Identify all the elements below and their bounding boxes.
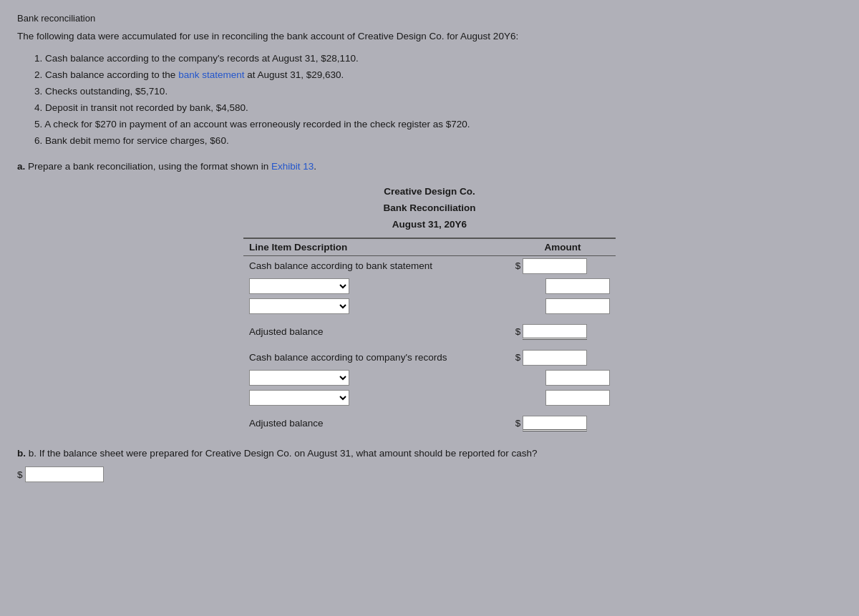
bank-section-dropdown-2[interactable]	[249, 298, 349, 314]
adjusted-balance-row-2: Adjusted balance $	[243, 414, 616, 434]
dollar-sign-2: $	[515, 326, 521, 337]
bank-section-dropdown-1[interactable]	[249, 278, 349, 294]
bank-statement-amount-input[interactable]	[523, 258, 587, 274]
company-records-amount-input[interactable]	[523, 350, 587, 366]
dropdown-row-2	[243, 296, 616, 316]
dropdown-cell-4[interactable]	[243, 388, 510, 408]
dropdown-amount-4	[510, 388, 616, 408]
table-container: Creative Design Co. Bank Reconciliation …	[17, 184, 842, 434]
spacer-1	[243, 316, 616, 322]
dropdown-cell-1[interactable]	[243, 276, 510, 296]
reconciliation-table: Line Item Description Amount Cash balanc…	[243, 238, 616, 434]
dropdown-amount-1	[510, 276, 616, 296]
intro-text: The following data were accumulated for …	[17, 29, 842, 44]
question-b: b. b. If the balance sheet were prepared…	[17, 446, 842, 461]
col-description-header: Line Item Description	[243, 238, 510, 256]
bank-item-2-amount[interactable]	[545, 298, 610, 314]
data-item-2: 2. Cash balance according to the bank st…	[34, 67, 842, 84]
table-header: Creative Design Co. Bank Reconciliation …	[383, 184, 475, 233]
bank-statement-row: Cash balance according to bank statement…	[243, 255, 616, 276]
dollar-sign-4: $	[515, 418, 521, 429]
bank-statement-label: Cash balance according to bank statement	[243, 255, 510, 276]
bank-item-1-amount[interactable]	[545, 278, 610, 294]
dropdown-row-3	[243, 368, 616, 388]
dollar-sign-b: $	[17, 469, 23, 480]
adjusted-balance-amount-cell-1: $	[510, 322, 616, 342]
company-name: Creative Design Co.	[383, 184, 475, 200]
answer-b-row: $	[17, 466, 842, 482]
company-section-dropdown-1[interactable]	[249, 370, 349, 386]
adjusted-balance-amount-2[interactable]	[523, 416, 587, 431]
dropdown-cell-2[interactable]	[243, 296, 510, 316]
data-item-5: 5. A check for $270 in payment of an acc…	[34, 117, 842, 133]
data-item-4: 4. Deposit in transit not recorded by ba…	[34, 100, 842, 117]
adjusted-balance-amount-cell-2: $	[510, 414, 616, 434]
dollar-sign-3: $	[515, 352, 521, 363]
data-item-6: 6. Bank debit memo for service charges, …	[34, 133, 842, 150]
data-list: 1. Cash balance according to the company…	[34, 51, 842, 150]
dropdown-row-1	[243, 276, 616, 296]
adjusted-balance-row-1: Adjusted balance $	[243, 322, 616, 342]
spacer-3	[243, 408, 616, 414]
dropdown-cell-3[interactable]	[243, 368, 510, 388]
adjusted-balance-amount-1[interactable]	[523, 324, 587, 340]
dropdown-row-4	[243, 388, 616, 408]
data-item-3: 3. Checks outstanding, $5,710.	[34, 84, 842, 100]
company-section-dropdown-2[interactable]	[249, 390, 349, 406]
question-a: a. Prepare a bank reconciliation, using …	[17, 160, 842, 174]
company-records-row: Cash balance according to company's reco…	[243, 348, 616, 368]
dropdown-amount-2	[510, 296, 616, 316]
dropdown-amount-3	[510, 368, 616, 388]
company-item-2-amount[interactable]	[545, 390, 610, 406]
data-item-1: 1. Cash balance according to the company…	[34, 51, 842, 67]
report-name: Bank Reconciliation	[383, 200, 475, 217]
adjusted-balance-label-1: Adjusted balance	[243, 322, 510, 342]
company-records-label: Cash balance according to company's reco…	[243, 348, 510, 368]
company-item-1-amount[interactable]	[545, 370, 610, 386]
spacer-2	[243, 342, 616, 348]
dollar-sign-1: $	[515, 260, 521, 271]
col-amount-header: Amount	[510, 238, 616, 256]
exhibit-link[interactable]: Exhibit 13	[271, 161, 314, 172]
question-b-answer-input[interactable]	[25, 466, 104, 482]
page-title: Bank reconciliation	[17, 13, 842, 24]
report-date: August 31, 20Y6	[383, 217, 475, 233]
company-records-amount-cell: $	[510, 348, 616, 368]
bank-statement-amount-cell: $	[510, 255, 616, 276]
adjusted-balance-label-2: Adjusted balance	[243, 414, 510, 434]
bank-statement-link[interactable]: bank statement	[178, 69, 244, 80]
